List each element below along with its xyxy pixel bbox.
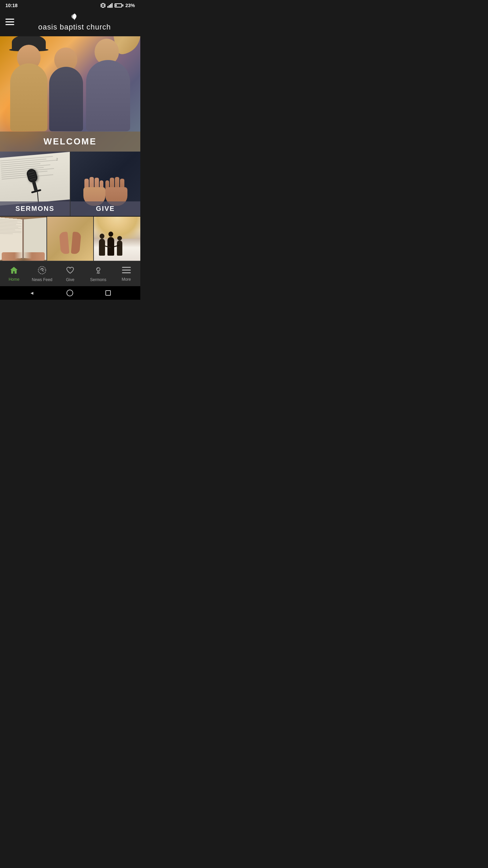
header-title-container: oasis baptist church [14, 14, 135, 32]
give-icon [66, 266, 75, 276]
app-header: oasis baptist church [0, 10, 140, 36]
person3 [83, 40, 140, 131]
svg-rect-1 [5, 21, 14, 22]
nav-give-label: Give [66, 277, 75, 282]
hero-banner[interactable]: WELCOME [0, 36, 140, 152]
sermons-label-overlay: SERMONS [0, 201, 70, 216]
nav-newsfeed-label: News Feed [32, 277, 53, 282]
sermons-nav-icon [94, 266, 103, 276]
system-nav-bar: ◄ [0, 286, 140, 300]
church-logo-leaf [14, 14, 135, 22]
vibrate-icon [101, 3, 105, 8]
silhouette-person3 [117, 240, 122, 256]
status-bar: 10:18 23% [0, 0, 140, 10]
nav-sermons[interactable]: Sermons [84, 264, 112, 283]
home-button[interactable] [66, 290, 73, 296]
svg-rect-7 [122, 267, 131, 268]
bible-tile-bg [0, 217, 46, 261]
nav-more[interactable]: More [112, 265, 140, 283]
battery-icon [115, 3, 123, 7]
hero-people [0, 36, 140, 131]
nav-home-label: Home [8, 277, 19, 282]
battery-percent: 23% [125, 3, 135, 8]
give-label-overlay: GIVE [70, 201, 140, 216]
nav-more-label: More [122, 277, 131, 282]
welcome-text: WELCOME [44, 136, 97, 146]
hero-image: WELCOME [0, 36, 140, 152]
svg-rect-2 [5, 24, 14, 25]
prayer-tile[interactable] [47, 217, 94, 261]
giving-hands-image [82, 165, 129, 206]
give-tile[interactable]: GIVE [70, 152, 140, 216]
church-name-text: oasis baptist church [38, 23, 111, 31]
status-time: 10:18 [5, 3, 18, 8]
bible-tile[interactable] [0, 217, 46, 261]
more-icon [122, 266, 131, 276]
svg-rect-0 [5, 19, 14, 20]
nav-home[interactable]: Home [0, 265, 28, 283]
svg-rect-8 [122, 270, 131, 271]
newsfeed-icon [38, 266, 46, 276]
bottom-nav: Home News Feed Give [0, 261, 140, 286]
community-tile[interactable] [94, 217, 140, 261]
give-label-text: GIVE [96, 205, 115, 212]
person2 [44, 46, 88, 131]
small-tiles-row [0, 217, 140, 261]
nav-sermons-label: Sermons [90, 277, 106, 282]
home-icon [9, 266, 18, 276]
community-tile-bg [94, 217, 140, 261]
nav-newsfeed[interactable]: News Feed [28, 264, 56, 283]
sermons-tile[interactable]: 2 SERMONS [0, 152, 70, 216]
prayer-tile-bg [47, 217, 94, 261]
nav-give[interactable]: Give [56, 264, 84, 283]
prayer-hands-image [60, 230, 80, 257]
recent-apps-button[interactable] [105, 290, 111, 296]
sermons-label-text: SERMONS [15, 205, 54, 212]
status-icons: 23% [101, 3, 135, 8]
silhouette-person1 [99, 239, 105, 256]
welcome-overlay: WELCOME [0, 132, 140, 152]
reading-hands [2, 252, 45, 261]
main-grid: 2 SERMONS [0, 152, 140, 216]
svg-rect-9 [122, 272, 131, 273]
wifi-icon [107, 3, 113, 8]
menu-button[interactable] [5, 19, 14, 27]
back-button[interactable]: ◄ [29, 290, 34, 296]
